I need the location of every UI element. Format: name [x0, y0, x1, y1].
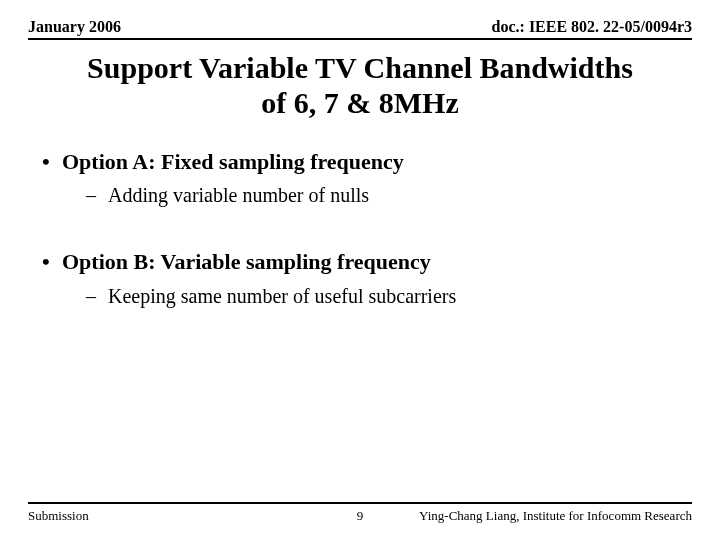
content-area: • Option A: Fixed sampling frequency – A… — [28, 147, 692, 310]
bullet-icon: • — [42, 247, 62, 277]
footer-row: Submission 9 Ying-Chang Liang, Institute… — [28, 508, 692, 524]
title-line-1: Support Variable TV Channel Bandwidths — [28, 50, 692, 85]
header-bar: January 2006 doc.: IEEE 802. 22-05/0094r… — [28, 18, 692, 40]
slide-title: Support Variable TV Channel Bandwidths o… — [28, 50, 692, 121]
bullet-option-b: • Option B: Variable sampling frequency — [28, 247, 692, 277]
footer: Submission 9 Ying-Chang Liang, Institute… — [28, 502, 692, 524]
footer-left: Submission — [28, 508, 89, 524]
subbullet-text: Keeping same number of useful subcarrier… — [108, 283, 456, 310]
subbullet-option-a: – Adding variable number of nulls — [28, 182, 692, 209]
bullet-option-a: • Option A: Fixed sampling frequency — [28, 147, 692, 177]
subbullet-text: Adding variable number of nulls — [108, 182, 369, 209]
slide: January 2006 doc.: IEEE 802. 22-05/0094r… — [0, 0, 720, 540]
subbullet-option-b: – Keeping same number of useful subcarri… — [28, 283, 692, 310]
title-line-2: of 6, 7 & 8MHz — [28, 85, 692, 120]
bullet-text: Option A: Fixed sampling frequency — [62, 147, 404, 177]
bullet-text: Option B: Variable sampling frequency — [62, 247, 431, 277]
header-docref: doc.: IEEE 802. 22-05/0094r3 — [492, 18, 692, 36]
dash-icon: – — [86, 182, 108, 209]
header-date: January 2006 — [28, 18, 121, 36]
footer-author: Ying-Chang Liang, Institute for Infocomm… — [419, 508, 692, 524]
bullet-icon: • — [42, 147, 62, 177]
spacer — [28, 235, 692, 247]
footer-rule — [28, 502, 692, 504]
dash-icon: – — [86, 283, 108, 310]
